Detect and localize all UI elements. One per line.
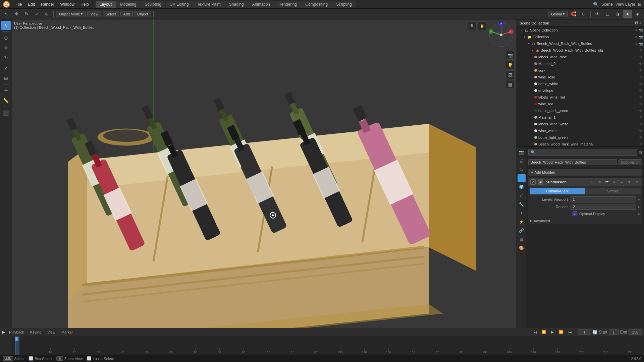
tool-cursor[interactable]: ⊕ — [1, 33, 11, 43]
toolbar-rotate[interactable]: ↻ — [22, 10, 31, 18]
tool-add-cube[interactable]: ⬛ — [1, 108, 11, 118]
root-eye-icon[interactable]: 👁 — [635, 42, 638, 46]
playback-menu[interactable]: Playback — [7, 330, 26, 335]
tab-compositing[interactable]: Compositing — [301, 1, 332, 8]
mat-eye-11[interactable]: 👁 — [639, 129, 643, 133]
mat-eye-0[interactable]: 👁 — [639, 55, 643, 59]
view-layer-selector[interactable]: View Layer — [615, 2, 635, 7]
prop-material-btn[interactable]: 🎨 — [518, 244, 526, 252]
select-menu[interactable]: Select — [103, 11, 119, 17]
sub-eye-icon[interactable]: 👁 — [639, 49, 643, 52]
subdiv-move-down-btn[interactable]: ▼ — [626, 179, 633, 185]
tab-scripting[interactable]: Scripting — [332, 1, 356, 8]
subdiv-viewport-btn[interactable]: 👁 — [596, 179, 603, 185]
prop-constraints-btn[interactable]: 🔗 — [518, 227, 526, 235]
viewport-collections-btn[interactable]: ▦ — [506, 80, 515, 89]
optimal-display-checkbox[interactable]: ✓ — [573, 212, 577, 216]
mat-eye-1[interactable]: 👁 — [639, 62, 643, 66]
tree-material-13[interactable]: Beech_wood_rack_wine_material 👁 — [517, 141, 644, 147]
jump-start-btn[interactable]: ⏮ — [531, 329, 539, 335]
props-filter-icon[interactable]: ⊟ — [639, 150, 642, 155]
prop-modifier-btn[interactable]: 🔧 — [518, 200, 526, 208]
snap-icon[interactable]: 🧲 — [569, 10, 578, 18]
mat-eye-7[interactable]: 👁 — [639, 102, 643, 106]
viewport-hand[interactable]: ✋ — [478, 21, 486, 30]
render-value[interactable]: 2 — [571, 204, 636, 210]
viewport-shading-material[interactable]: ● — [623, 10, 632, 18]
current-frame-input[interactable]: 1 — [578, 329, 591, 335]
viewport[interactable]: User Perspective (1) Collection | Beech_… — [12, 19, 517, 328]
prop-render-btn[interactable]: 📷 — [518, 148, 526, 156]
subdiv-apply-btn[interactable]: ✓ — [589, 179, 596, 185]
mat-eye-3[interactable]: 👁 — [639, 75, 643, 79]
collection-eye-icon[interactable]: 👁 — [635, 35, 638, 39]
subdivision-enable-checkbox[interactable]: ✓ — [530, 179, 536, 185]
view-menu[interactable]: View — [87, 11, 101, 17]
viewport-shading-render[interactable]: ◈ — [633, 10, 642, 18]
mat-eye-9[interactable]: 👁 — [639, 116, 643, 119]
sync-icon[interactable]: 🔄 — [592, 330, 597, 335]
tree-collection[interactable]: ▾ 📁 Collection 👁 📷 — [517, 34, 644, 40]
optimal-display-anim-icon[interactable]: ● — [638, 212, 640, 216]
tree-sub-object[interactable]: ▾ ◉ Beech_Wood_Rack_With_Bottles_obj 👁 — [517, 47, 644, 54]
tool-rotate[interactable]: ↻ — [1, 53, 11, 63]
mat-eye-5[interactable]: 👁 — [639, 89, 643, 93]
tool-transform[interactable]: ⊞ — [1, 73, 11, 83]
tree-root-object[interactable]: ▾ ⬡ Beech_Wood_Rack_With_Bottles 👁 📷 — [517, 40, 644, 47]
menu-render[interactable]: Render — [38, 1, 57, 7]
add-menu[interactable]: Add — [120, 11, 133, 17]
tool-measure[interactable]: 📏 — [1, 96, 11, 105]
tab-animation[interactable]: Animation — [248, 1, 274, 8]
add-collection-icon[interactable]: + — [639, 21, 641, 25]
timeline-ruler[interactable]: 10 20 30 40 50 60 70 80 90 100 — [0, 336, 644, 355]
end-frame-input[interactable]: 250 — [629, 329, 642, 335]
tree-material-7[interactable]: wine_red 👁 — [517, 101, 644, 107]
tree-scene-collection[interactable]: ▾ 🗂 Scene Collection 👁 📷 — [517, 27, 644, 34]
levels-viewport-value[interactable]: 1 — [571, 196, 636, 202]
tab-modeling[interactable]: Modeling — [116, 1, 141, 8]
prop-particles-btn[interactable]: ✦ — [518, 209, 526, 217]
eye-icon[interactable]: 👁 — [635, 28, 638, 32]
mat-eye-2[interactable]: 👁 — [639, 69, 643, 72]
mat-eye-4[interactable]: 👁 — [639, 82, 643, 86]
object-menu[interactable]: Object — [134, 11, 151, 17]
object-mode-dropdown[interactable]: Object Mode ▾ — [56, 11, 86, 17]
mat-eye-12[interactable]: 👁 — [639, 136, 643, 139]
start-frame-input[interactable]: 1 — [609, 329, 619, 335]
menu-file[interactable]: File — [13, 1, 24, 7]
viewport-camera-btn[interactable]: 📷 — [506, 51, 515, 60]
viewport-lamp-btn[interactable]: 💡 — [506, 61, 515, 69]
prop-object-btn[interactable]: ⬡ — [518, 192, 526, 200]
prop-data-btn[interactable]: ▦ — [518, 235, 526, 243]
tab-sculpting[interactable]: Sculpting — [141, 1, 165, 8]
play-btn[interactable]: ▶ — [549, 329, 556, 335]
subdiv-edit-btn[interactable]: ✏ — [611, 179, 618, 185]
subdiv-remove-btn[interactable]: ✕ — [633, 179, 640, 185]
tool-annotate[interactable]: ✏ — [1, 86, 11, 95]
viewport-shading-wire[interactable]: ◻ — [603, 10, 612, 18]
collection-cam-icon[interactable]: 📷 — [639, 35, 643, 39]
search-icon[interactable]: 🔍 — [593, 2, 599, 7]
tree-material-5[interactable]: envelope 👁 — [517, 87, 644, 94]
mat-eye-13[interactable]: 👁 — [639, 142, 643, 146]
toolbar-scale[interactable]: ⤢ — [32, 10, 41, 18]
viewport-render-btn[interactable]: 🖼 — [506, 70, 515, 79]
render-icon[interactable]: 📷 — [639, 28, 643, 32]
menu-edit[interactable]: Edit — [25, 1, 38, 7]
tree-arrow-root[interactable]: ▾ — [526, 41, 531, 46]
tree-material-2[interactable]: cork 👁 — [517, 67, 644, 74]
viewport-shading-dropdown[interactable]: Global ▾ — [548, 11, 568, 17]
keying-menu[interactable]: Keying — [28, 330, 44, 335]
toolbar-transform[interactable]: ⊕ — [42, 10, 51, 18]
filter-scene-icon[interactable]: ⊟ — [635, 21, 638, 25]
tree-material-1[interactable]: Material_0 👁 — [517, 60, 644, 67]
tool-move[interactable]: ✥ — [1, 43, 11, 53]
toolbar-select-mode[interactable]: ↖ — [2, 10, 11, 18]
scene-selector[interactable]: Scene — [601, 2, 613, 7]
tree-material-6[interactable]: labels_wine_red 👁 — [517, 94, 644, 101]
mat-eye-8[interactable]: 👁 — [639, 109, 643, 113]
tab-uv-editing[interactable]: UV Editing — [166, 1, 193, 8]
tree-material-0[interactable]: labels_wine_rose 👁 — [517, 54, 644, 60]
add-modifier-button[interactable]: + Add Modifier — [528, 169, 642, 176]
tree-material-8[interactable]: bottle_dark_green 👁 — [517, 107, 644, 114]
